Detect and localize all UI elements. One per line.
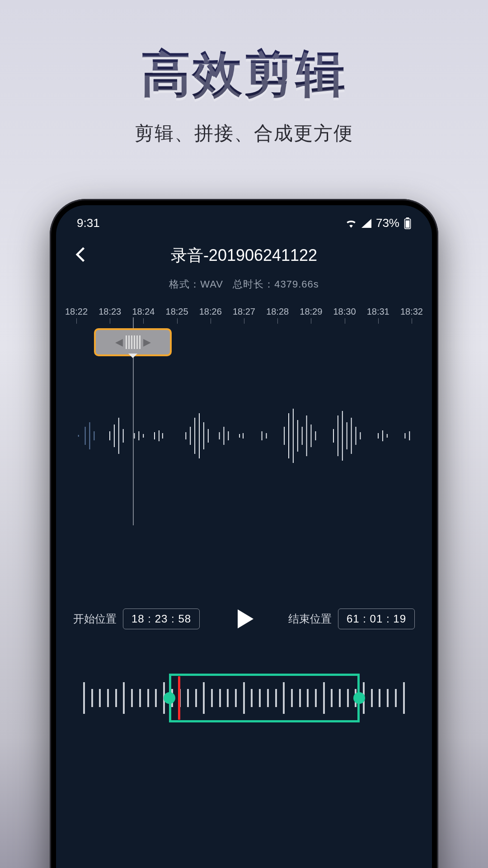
page-title: 录音-201906241122 xyxy=(56,245,432,267)
selection-box[interactable] xyxy=(169,674,360,722)
end-position-group: 结束位置 61 : 01 : 19 xyxy=(288,609,415,629)
duration-label: 总时长： xyxy=(233,278,274,290)
scrub-handle[interactable]: ◀ ▶ xyxy=(94,328,172,356)
selection-handle-right[interactable] xyxy=(353,692,365,704)
end-position-input[interactable]: 61 : 01 : 19 xyxy=(338,609,415,629)
wifi-icon xyxy=(345,219,357,228)
selection-handle-left[interactable] xyxy=(164,692,175,704)
start-position-input[interactable]: 18 : 23 : 58 xyxy=(123,609,200,629)
time-ruler[interactable]: 18:22 18:23 18:24 18:25 18:26 18:27 18:2… xyxy=(56,307,432,317)
file-meta: 格式：WAV 总时长：4379.66s xyxy=(56,278,432,291)
ruler-tick: 18:24 xyxy=(132,307,155,317)
ruler-tick: 18:26 xyxy=(199,307,222,317)
app-bar: 录音-201906241122 xyxy=(56,235,432,269)
back-button[interactable] xyxy=(71,245,91,264)
promo-subtitle: 剪辑、拼接、合成更方便 xyxy=(0,121,488,146)
battery-icon xyxy=(404,217,411,229)
format-label: 格式： xyxy=(169,278,200,290)
start-position-label: 开始位置 xyxy=(73,612,117,626)
ruler-tick: 18:32 xyxy=(400,307,423,317)
duration-value: 4379.66s xyxy=(274,278,319,290)
selection-ruler[interactable] xyxy=(83,671,405,725)
status-time: 9:31 xyxy=(77,216,100,230)
position-controls: 开始位置 18 : 23 : 58 结束位置 61 : 01 : 19 xyxy=(56,603,432,635)
ruler-tick: 18:28 xyxy=(266,307,289,317)
ruler-tick: 18:25 xyxy=(166,307,188,317)
ruler-tick: 18:29 xyxy=(300,307,322,317)
ruler-tick: 18:30 xyxy=(333,307,356,317)
ruler-tick: 18:27 xyxy=(233,307,255,317)
chevron-left-icon: ◀ xyxy=(115,336,123,348)
end-position-label: 结束位置 xyxy=(288,612,332,626)
grip-icon xyxy=(126,335,141,349)
svg-rect-1 xyxy=(406,217,409,219)
selection-playhead xyxy=(178,676,180,720)
svg-rect-2 xyxy=(406,220,410,227)
chevron-right-icon: ▶ xyxy=(143,336,151,348)
start-position-group: 开始位置 18 : 23 : 58 xyxy=(73,609,200,629)
phone-frame: 9:31 73% 录音-201906241122 格式：WAV xyxy=(50,199,438,868)
phone-screen: 9:31 73% 录音-201906241122 格式：WAV xyxy=(56,205,432,868)
ruler-tick: 18:31 xyxy=(367,307,389,317)
ruler-tick: 18:23 xyxy=(99,307,121,317)
format-value: WAV xyxy=(200,278,223,290)
ruler-tick: 18:22 xyxy=(65,307,88,317)
waveform[interactable] xyxy=(65,400,423,472)
status-battery-text: 73% xyxy=(376,216,399,230)
status-bar: 9:31 73% xyxy=(56,205,432,235)
promo-title: 高效剪辑 xyxy=(0,0,488,108)
play-button[interactable] xyxy=(228,603,260,635)
cell-signal-icon xyxy=(361,219,371,228)
